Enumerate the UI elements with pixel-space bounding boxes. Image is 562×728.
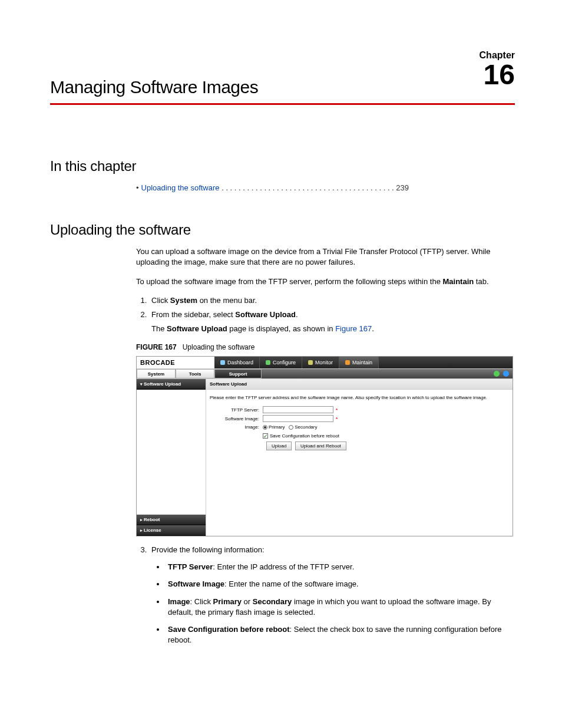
refresh-icon[interactable] [494, 371, 500, 377]
text: : Enter the IP address of the TFTP serve… [213, 562, 354, 571]
text: To upload the software image from the TF… [136, 277, 443, 286]
term: Image [168, 597, 190, 606]
figure-topbar: BROCADE Dashboard Configure Monitor Main… [137, 357, 513, 368]
brand-logo: BROCADE [137, 357, 214, 368]
figure-id: FIGURE 167 [136, 343, 177, 351]
text: Provide the following information: [151, 545, 265, 554]
button-row: Upload Upload and Reboot [266, 442, 509, 450]
figure-sidebar: Software Upload Reboot License [137, 379, 206, 536]
subtab-system[interactable]: System [137, 369, 176, 378]
nav-label: Configure [273, 359, 296, 367]
required-marker: * [336, 416, 338, 422]
software-upload-page-ref: Software Upload [167, 324, 227, 333]
text: : Click [190, 597, 213, 606]
text: : Enter the name of the software image. [224, 579, 359, 588]
monitor-icon [308, 360, 313, 365]
steps-list-cont: Provide the following information: TFTP … [149, 545, 515, 645]
nav-label: Maintain [352, 359, 372, 367]
required-marker: * [336, 407, 338, 413]
label-image: Image: [210, 424, 263, 430]
primary-ref: Primary [213, 597, 242, 606]
toc-entry: •Uploading the software . . . . . . . . … [136, 183, 515, 193]
bullet-saveconfig: Save Configuration before reboot: Select… [166, 624, 515, 645]
intro-para-1: You can upload a software image on the d… [136, 246, 515, 268]
configure-icon [266, 360, 270, 365]
secondary-ref: Secondary [253, 597, 292, 606]
maintain-icon [345, 360, 350, 365]
upload-reboot-button[interactable]: Upload and Reboot [295, 442, 346, 450]
chapter-header: Chapter 16 Managing Software Images [50, 50, 515, 97]
nav-dashboard[interactable]: Dashboard [214, 357, 260, 368]
step-1: Click System on the menu bar. [149, 295, 515, 306]
nav-monitor[interactable]: Monitor [302, 357, 339, 368]
figure-content-pane: Software Upload Please enter the TFTP se… [206, 379, 513, 536]
radio-primary-label: Primary [269, 424, 285, 430]
maintain-tab-ref: Maintain [443, 277, 474, 286]
text: on the menu bar. [197, 296, 257, 305]
upload-button[interactable]: Upload [266, 442, 292, 450]
figure-screenshot: BROCADE Dashboard Configure Monitor Main… [136, 356, 513, 536]
text: tab. [474, 277, 488, 286]
sidebar-item-software-upload[interactable]: Software Upload [137, 379, 206, 390]
sidebar-item-reboot[interactable]: Reboot [137, 515, 206, 525]
term: Save Configuration before reboot [168, 625, 290, 634]
figure-ref-link[interactable]: Figure 167 [335, 324, 372, 333]
input-swimage[interactable] [263, 415, 333, 422]
step-3: Provide the following information: TFTP … [149, 545, 515, 645]
section-in-this-chapter: In this chapter [50, 158, 515, 174]
intro-para-2: To upload the software image from the TF… [136, 276, 515, 287]
subtab-tools[interactable]: Tools [176, 369, 214, 378]
bullet-tftp: TFTP Server: Enter the IP address of the… [166, 561, 515, 572]
row-image: Image: Primary Secondary [210, 424, 509, 430]
bullet-image: Image: Click Primary or Secondary image … [166, 596, 515, 618]
pane-instruction: Please enter the TFTP server address and… [206, 390, 513, 404]
term: Software Image [168, 579, 224, 588]
main-nav: Dashboard Configure Monitor Maintain [214, 357, 513, 368]
help-icon[interactable] [503, 371, 509, 377]
software-upload-ref: Software Upload [235, 310, 296, 319]
input-tftp[interactable] [263, 406, 333, 413]
text: . [296, 310, 298, 319]
text: From the sidebar, select [151, 310, 235, 319]
nav-label: Dashboard [227, 359, 253, 367]
step3-bullets: TFTP Server: Enter the IP address of the… [166, 561, 515, 645]
toc-page: 239 [396, 183, 409, 192]
checkbox-save-config[interactable] [263, 433, 268, 439]
step-2-sub: The Software Upload page is displayed, a… [151, 324, 515, 334]
checkbox-label: Save Configuration before reboot [270, 433, 339, 439]
row-checkbox: Save Configuration before reboot [210, 433, 509, 439]
radio-secondary-label: Secondary [295, 424, 317, 430]
nav-configure[interactable]: Configure [260, 357, 302, 368]
row-swimage: Software Image: * [210, 415, 509, 422]
row-tftp: TFTP Server: * [210, 406, 509, 413]
radio-secondary[interactable] [289, 425, 293, 430]
title-rule [50, 103, 515, 105]
chapter-number: 16 [484, 61, 515, 89]
steps-list: Click System on the menu bar. From the s… [149, 295, 515, 335]
radio-primary[interactable] [263, 425, 267, 430]
label-tftp: TFTP Server: [210, 407, 263, 413]
figure-caption: FIGURE 167Uploading the software [136, 342, 515, 353]
figure-subnav: System Tools Support [137, 368, 513, 379]
nav-maintain[interactable]: Maintain [339, 357, 379, 368]
bullet-swimage: Software Image: Enter the name of the so… [166, 578, 515, 589]
text: . [372, 324, 374, 333]
toc-bullet: • [136, 183, 139, 192]
figure-title: Uploading the software [183, 343, 255, 351]
page-title: Managing Software Images [50, 50, 515, 97]
nav-label: Monitor [315, 359, 333, 367]
toc-dots: . . . . . . . . . . . . . . . . . . . . … [220, 183, 396, 192]
dashboard-icon [220, 360, 225, 365]
label-swimage: Software Image: [210, 416, 263, 422]
text: Click [151, 296, 170, 305]
toc-link[interactable]: Uploading the software [141, 183, 220, 192]
text: The [151, 324, 167, 333]
text: page is displayed, as shown in [227, 324, 336, 333]
section-uploading: Uploading the software [50, 222, 515, 238]
subtab-support[interactable]: Support [214, 369, 262, 378]
sidebar-item-license[interactable]: License [137, 525, 206, 536]
pane-title: Software Upload [206, 379, 513, 390]
term: TFTP Server [168, 562, 213, 571]
system-ref: System [170, 296, 197, 305]
toolbar-right [262, 369, 513, 378]
